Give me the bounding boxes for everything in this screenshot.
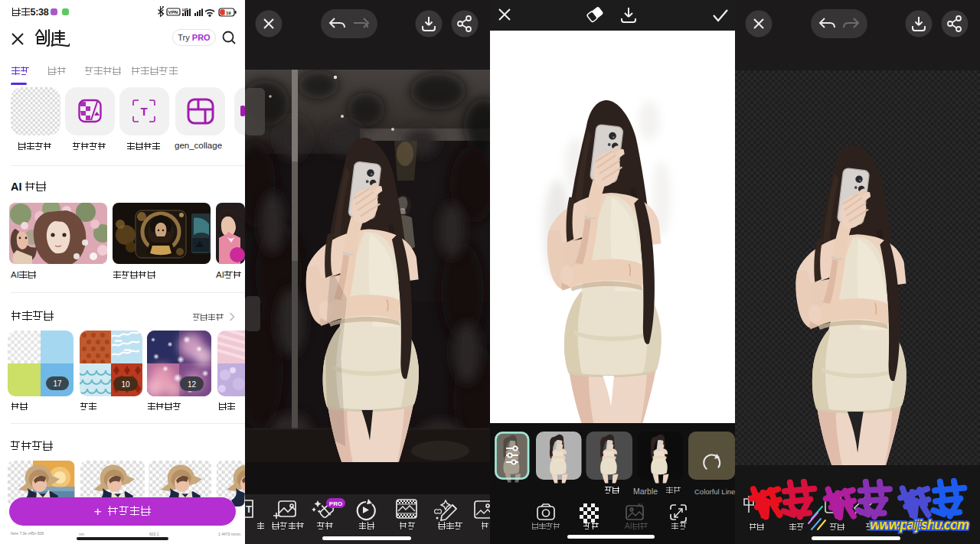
svg-text:T: T bbox=[246, 503, 252, 515]
svg-text:AI: AI bbox=[637, 502, 643, 509]
svg-text:T: T bbox=[140, 105, 147, 118]
svg-text:VPN: VPN bbox=[168, 9, 178, 15]
svg-text:PRO: PRO bbox=[329, 500, 342, 507]
svg-text:www.paijishu.com: www.paijishu.com bbox=[870, 517, 969, 533]
svg-text:12: 12 bbox=[188, 380, 197, 389]
svg-text:10: 10 bbox=[121, 380, 130, 389]
svg-text:19: 19 bbox=[226, 11, 231, 15]
svg-text:17: 17 bbox=[53, 379, 62, 388]
